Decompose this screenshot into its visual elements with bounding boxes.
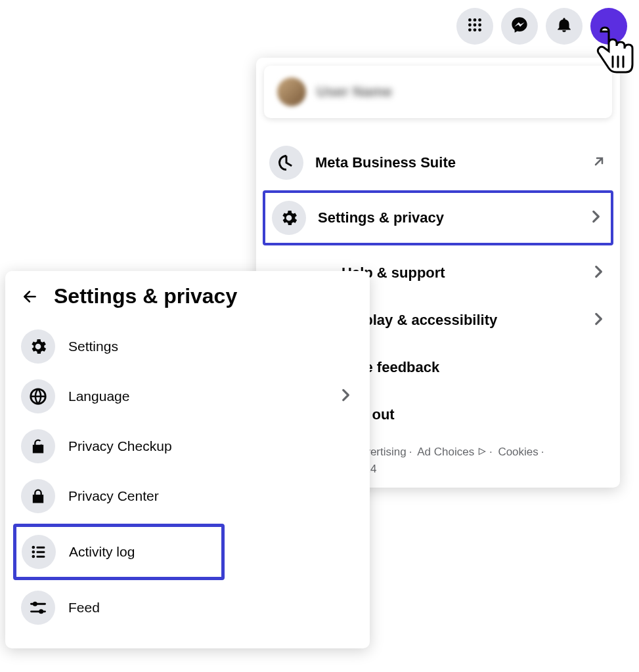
chevron-right-icon <box>587 208 604 228</box>
menu-item-label: Meta Business Suite <box>315 154 579 171</box>
sub-item-label: Settings <box>68 339 354 354</box>
sub-panel-header: Settings & privacy <box>16 284 359 308</box>
messenger-button[interactable] <box>501 8 538 45</box>
globe-icon <box>21 379 55 413</box>
sliders-icon <box>21 591 55 625</box>
svg-rect-16 <box>37 547 45 549</box>
svg-point-4 <box>474 24 477 27</box>
svg-point-15 <box>32 555 35 558</box>
svg-point-7 <box>474 28 477 32</box>
highlight-activity-log: Activity log <box>13 524 225 580</box>
profile-avatar <box>277 77 306 106</box>
svg-point-3 <box>468 24 472 27</box>
sub-panel-title: Settings & privacy <box>54 284 237 308</box>
list-icon <box>22 535 56 569</box>
footer-ad-choices[interactable]: Ad Choices <box>417 446 474 458</box>
menu-apps-button[interactable] <box>456 8 493 45</box>
profile-card[interactable]: User Name <box>264 66 612 118</box>
highlight-settings-privacy: Settings & privacy <box>263 190 613 245</box>
svg-point-21 <box>33 602 37 606</box>
svg-rect-17 <box>37 551 45 553</box>
menu-item-settings-privacy[interactable]: Settings & privacy <box>269 197 607 239</box>
gear-icon <box>21 329 55 364</box>
lock-heart-icon <box>21 429 55 463</box>
ad-choices-icon <box>477 446 487 458</box>
sub-item-label: Feed <box>68 600 354 616</box>
sub-item-feed[interactable]: Feed <box>16 583 359 633</box>
profile-name: User Name <box>317 83 392 100</box>
back-button[interactable] <box>18 285 42 308</box>
svg-point-2 <box>478 18 481 22</box>
sub-item-privacy-center[interactable]: Privacy Center <box>16 471 359 521</box>
topbar <box>456 8 627 45</box>
svg-point-13 <box>32 546 35 549</box>
sub-item-settings[interactable]: Settings <box>16 322 359 371</box>
messenger-icon <box>510 16 529 37</box>
chevron-right-icon <box>590 310 607 330</box>
menu-item-meta-business-suite[interactable]: Meta Business Suite <box>264 139 612 186</box>
meta-suite-icon <box>269 146 303 180</box>
lock-icon <box>21 479 55 513</box>
sub-item-label: Language <box>68 388 324 404</box>
account-avatar-button[interactable] <box>590 8 627 45</box>
svg-point-14 <box>32 551 35 554</box>
svg-point-0 <box>468 18 472 22</box>
sub-item-activity-log[interactable]: Activity log <box>16 527 221 577</box>
sub-item-label: Privacy Checkup <box>68 438 354 454</box>
sub-item-language[interactable]: Language <box>16 371 359 421</box>
sub-item-privacy-checkup[interactable]: Privacy Checkup <box>16 421 359 471</box>
svg-rect-18 <box>37 556 45 558</box>
svg-point-6 <box>468 28 472 32</box>
svg-point-5 <box>478 24 481 27</box>
svg-point-1 <box>474 18 477 22</box>
external-link-icon <box>591 154 607 172</box>
footer-cookies[interactable]: Cookies <box>498 446 538 458</box>
bell-icon <box>556 16 573 36</box>
svg-point-22 <box>39 609 43 614</box>
notifications-button[interactable] <box>546 8 583 45</box>
sub-item-label: Activity log <box>69 544 216 560</box>
svg-point-8 <box>478 28 481 32</box>
chevron-right-icon <box>337 387 354 406</box>
sub-item-label: Privacy Center <box>68 488 354 504</box>
settings-privacy-panel: Settings & privacy Settings Language Pri… <box>5 271 370 648</box>
chevron-right-icon <box>590 263 607 283</box>
menu-item-label: Settings & privacy <box>318 209 575 226</box>
apps-grid-icon <box>466 16 483 36</box>
gear-icon <box>272 201 306 235</box>
